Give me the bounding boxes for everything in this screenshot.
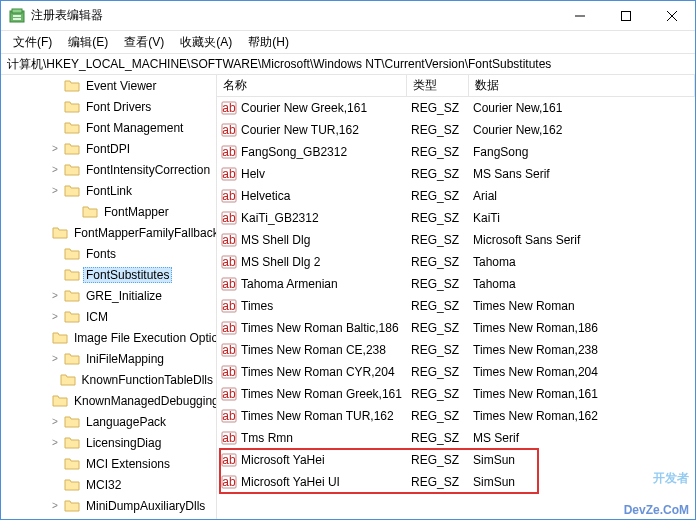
expander-icon[interactable]: > [49,143,61,154]
menu-file[interactable]: 文件(F) [5,32,60,53]
folder-icon [64,268,80,282]
list-row[interactable]: abMS Shell DlgREG_SZMicrosoft Sans Serif [217,229,695,251]
address-bar[interactable]: 计算机\HKEY_LOCAL_MACHINE\SOFTWARE\Microsof… [1,53,695,75]
tree-item[interactable]: >LanguagePack [1,411,216,432]
tree-item-label: FontIntensityCorrection [83,162,213,178]
list-row[interactable]: abMicrosoft YaHei UIREG_SZSimSun [217,471,695,493]
tree-item[interactable]: >MiniDumpAuxiliaryDlls [1,495,216,516]
expander-icon[interactable]: > [49,353,61,364]
value-data: Courier New,162 [469,123,695,137]
expander-icon[interactable]: > [49,416,61,427]
tree-item[interactable]: Image File Execution Options [1,327,216,348]
folder-icon [64,184,80,198]
tree-item[interactable]: MCI32 [1,474,216,495]
folder-icon [60,373,76,387]
tree-item[interactable]: FontMapperFamilyFallback [1,222,216,243]
tree-item[interactable]: Fonts [1,243,216,264]
column-data[interactable]: 数据 [469,75,695,96]
value-data: Tahoma [469,277,695,291]
list-row[interactable]: abTimes New Roman CE,238REG_SZTimes New … [217,339,695,361]
list-row[interactable]: abMS Shell Dlg 2REG_SZTahoma [217,251,695,273]
folder-icon [64,457,80,471]
value-data: KaiTi [469,211,695,225]
tree-item-label: LanguagePack [83,414,169,430]
tree-item[interactable]: >FontDPI [1,138,216,159]
tree-item[interactable]: >FontLink [1,180,216,201]
value-name-cell: abCourier New Greek,161 [217,100,407,116]
tree-item[interactable]: >FontIntensityCorrection [1,159,216,180]
string-value-icon: ab [221,232,237,248]
svg-rect-1 [12,9,22,13]
string-value-icon: ab [221,364,237,380]
value-type: REG_SZ [407,189,469,203]
value-name-cell: abTimes New Roman Greek,161 [217,386,407,402]
list-row[interactable]: abTimes New Roman CYR,204REG_SZTimes New… [217,361,695,383]
maximize-button[interactable] [603,1,649,31]
close-button[interactable] [649,1,695,31]
tree-item[interactable]: >LicensingDiag [1,432,216,453]
list-row[interactable]: abTimes New Roman TUR,162REG_SZTimes New… [217,405,695,427]
value-data: Times New Roman,204 [469,365,695,379]
value-name-cell: abMS Shell Dlg 2 [217,254,407,270]
value-type: REG_SZ [407,453,469,467]
tree-item[interactable]: Font Management [1,117,216,138]
expander-icon[interactable]: > [49,185,61,196]
tree-item[interactable]: >IniFileMapping [1,348,216,369]
tree-item[interactable]: >ICM [1,306,216,327]
list-row[interactable]: abMicrosoft YaHeiREG_SZSimSun [217,449,695,471]
tree-scroll[interactable]: Event ViewerFont DriversFont Management>… [1,75,216,519]
list-row[interactable]: abTahoma ArmenianREG_SZTahoma [217,273,695,295]
value-name: Times New Roman Greek,161 [241,387,402,401]
list-row[interactable]: abKaiTi_GB2312REG_SZKaiTi [217,207,695,229]
value-type: REG_SZ [407,211,469,225]
tree-item[interactable]: Event Viewer [1,75,216,96]
tree-item[interactable]: >GRE_Initialize [1,285,216,306]
tree-item[interactable]: Font Drivers [1,96,216,117]
menubar: 文件(F) 编辑(E) 查看(V) 收藏夹(A) 帮助(H) [1,31,695,53]
menu-help[interactable]: 帮助(H) [240,32,297,53]
expander-icon[interactable]: > [49,290,61,301]
menu-edit[interactable]: 编辑(E) [60,32,116,53]
string-value-icon: ab [221,474,237,490]
list-row[interactable]: abTms RmnREG_SZMS Serif [217,427,695,449]
tree-item[interactable]: MCI Extensions [1,453,216,474]
expander-icon[interactable]: > [49,500,61,511]
string-value-icon: ab [221,166,237,182]
column-type[interactable]: 类型 [407,75,469,96]
list-row[interactable]: abTimes New Roman Baltic,186REG_SZTimes … [217,317,695,339]
folder-icon [64,415,80,429]
menu-favorites[interactable]: 收藏夹(A) [172,32,240,53]
folder-icon [64,478,80,492]
list-row[interactable]: abFangSong_GB2312REG_SZFangSong [217,141,695,163]
value-name: Helvetica [241,189,290,203]
list-row[interactable]: abHelveticaREG_SZArial [217,185,695,207]
folder-icon [64,310,80,324]
list-row[interactable]: abCourier New Greek,161REG_SZCourier New… [217,97,695,119]
value-name: Times New Roman CE,238 [241,343,386,357]
column-name[interactable]: 名称 [217,75,407,96]
list-row[interactable]: abTimes New Roman Greek,161REG_SZTimes N… [217,383,695,405]
expander-icon[interactable]: > [49,164,61,175]
value-data: SimSun [469,453,695,467]
list-row[interactable]: abTimesREG_SZTimes New Roman [217,295,695,317]
expander-icon[interactable]: > [49,437,61,448]
minimize-button[interactable] [557,1,603,31]
tree-item[interactable]: KnownManagedDebuggingDlls [1,390,216,411]
list-row[interactable]: abCourier New TUR,162REG_SZCourier New,1… [217,119,695,141]
tree-item[interactable]: KnownFunctionTableDlls [1,369,216,390]
menu-view[interactable]: 查看(V) [116,32,172,53]
list-row[interactable]: abHelvREG_SZMS Sans Serif [217,163,695,185]
tree-item[interactable]: FontSubstitutes [1,264,216,285]
value-data: Courier New,161 [469,101,695,115]
svg-text:ab: ab [222,101,236,115]
tree-item-label: LicensingDiag [83,435,164,451]
value-type: REG_SZ [407,365,469,379]
tree-item[interactable]: FontMapper [1,201,216,222]
expander-icon[interactable]: > [49,311,61,322]
value-type: REG_SZ [407,277,469,291]
value-type: REG_SZ [407,101,469,115]
string-value-icon: ab [221,210,237,226]
tree-item-label: MCI32 [83,477,124,493]
value-name-cell: abCourier New TUR,162 [217,122,407,138]
value-name: FangSong_GB2312 [241,145,347,159]
